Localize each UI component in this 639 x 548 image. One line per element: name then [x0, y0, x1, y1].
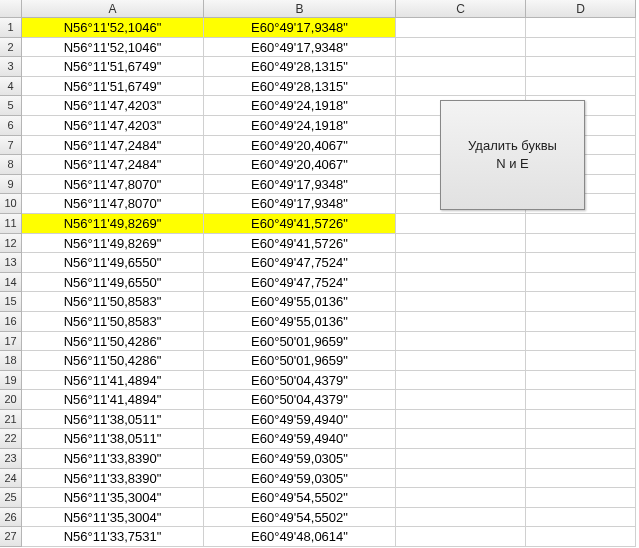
cell-d[interactable] [526, 312, 636, 332]
cell-b[interactable]: E60°49'59,4940" [204, 410, 396, 430]
cell-b[interactable]: E60°49'55,0136" [204, 292, 396, 312]
cell-b[interactable]: E60°49'47,7524" [204, 253, 396, 273]
cell-c[interactable] [396, 410, 526, 430]
cell-b[interactable]: E60°49'24,1918" [204, 116, 396, 136]
cell-a[interactable]: N56°11'47,4203" [22, 116, 204, 136]
cell-d[interactable] [526, 57, 636, 77]
select-all-corner[interactable] [0, 0, 22, 18]
row-header[interactable]: 12 [0, 234, 22, 254]
cell-b[interactable]: E60°49'55,0136" [204, 312, 396, 332]
cell-c[interactable] [396, 38, 526, 58]
cell-b[interactable]: E60°49'54,5502" [204, 508, 396, 528]
row-header[interactable]: 27 [0, 527, 22, 547]
cell-d[interactable] [526, 234, 636, 254]
cell-d[interactable] [526, 488, 636, 508]
cell-c[interactable] [396, 57, 526, 77]
column-header-b[interactable]: B [204, 0, 396, 18]
cell-c[interactable] [396, 508, 526, 528]
cell-a[interactable]: N56°11'47,2484" [22, 136, 204, 156]
cell-b[interactable]: E60°49'17,9348" [204, 38, 396, 58]
cell-b[interactable]: E60°49'20,4067" [204, 136, 396, 156]
cell-c[interactable] [396, 449, 526, 469]
row-header[interactable]: 7 [0, 136, 22, 156]
spreadsheet-grid[interactable]: ABCD1N56°11'52,1046"E60°49'17,9348"2N56°… [0, 0, 639, 547]
cell-c[interactable] [396, 273, 526, 293]
remove-letters-button[interactable]: Удалить буквы N и E [440, 100, 585, 210]
cell-d[interactable] [526, 429, 636, 449]
cell-c[interactable] [396, 469, 526, 489]
cell-a[interactable]: N56°11'41,4894" [22, 371, 204, 391]
cell-b[interactable]: E60°49'48,0614" [204, 527, 396, 547]
cell-a[interactable]: N56°11'50,4286" [22, 351, 204, 371]
cell-d[interactable] [526, 38, 636, 58]
cell-b[interactable]: E60°49'17,9348" [204, 18, 396, 38]
column-header-c[interactable]: C [396, 0, 526, 18]
cell-a[interactable]: N56°11'51,6749" [22, 77, 204, 97]
cell-b[interactable]: E60°50'01,9659" [204, 351, 396, 371]
cell-c[interactable] [396, 429, 526, 449]
cell-b[interactable]: E60°49'20,4067" [204, 155, 396, 175]
cell-a[interactable]: N56°11'47,8070" [22, 175, 204, 195]
cell-a[interactable]: N56°11'33,7531" [22, 527, 204, 547]
row-header[interactable]: 2 [0, 38, 22, 58]
cell-b[interactable]: E60°50'04,4379" [204, 390, 396, 410]
cell-d[interactable] [526, 292, 636, 312]
row-header[interactable]: 24 [0, 469, 22, 489]
row-header[interactable]: 23 [0, 449, 22, 469]
row-header[interactable]: 6 [0, 116, 22, 136]
cell-b[interactable]: E60°49'41,5726" [204, 214, 396, 234]
cell-b[interactable]: E60°49'54,5502" [204, 488, 396, 508]
cell-b[interactable]: E60°49'59,4940" [204, 429, 396, 449]
row-header[interactable]: 25 [0, 488, 22, 508]
cell-b[interactable]: E60°49'59,0305" [204, 449, 396, 469]
cell-a[interactable]: N56°11'49,6550" [22, 253, 204, 273]
cell-a[interactable]: N56°11'52,1046" [22, 18, 204, 38]
cell-d[interactable] [526, 351, 636, 371]
cell-c[interactable] [396, 292, 526, 312]
cell-d[interactable] [526, 18, 636, 38]
cell-a[interactable]: N56°11'38,0511" [22, 429, 204, 449]
cell-a[interactable]: N56°11'52,1046" [22, 38, 204, 58]
cell-c[interactable] [396, 18, 526, 38]
row-header[interactable]: 16 [0, 312, 22, 332]
cell-c[interactable] [396, 332, 526, 352]
cell-a[interactable]: N56°11'49,8269" [22, 214, 204, 234]
row-header[interactable]: 17 [0, 332, 22, 352]
column-header-a[interactable]: A [22, 0, 204, 18]
row-header[interactable]: 21 [0, 410, 22, 430]
row-header[interactable]: 22 [0, 429, 22, 449]
cell-b[interactable]: E60°49'28,1315" [204, 77, 396, 97]
cell-d[interactable] [526, 410, 636, 430]
cell-c[interactable] [396, 253, 526, 273]
cell-a[interactable]: N56°11'49,8269" [22, 234, 204, 254]
cell-c[interactable] [396, 527, 526, 547]
row-header[interactable]: 10 [0, 194, 22, 214]
row-header[interactable]: 11 [0, 214, 22, 234]
cell-c[interactable] [396, 390, 526, 410]
cell-a[interactable]: N56°11'41,4894" [22, 390, 204, 410]
cell-d[interactable] [526, 332, 636, 352]
cell-c[interactable] [396, 488, 526, 508]
cell-d[interactable] [526, 77, 636, 97]
cell-c[interactable] [396, 214, 526, 234]
cell-b[interactable]: E60°50'01,9659" [204, 332, 396, 352]
cell-d[interactable] [526, 527, 636, 547]
row-header[interactable]: 20 [0, 390, 22, 410]
cell-c[interactable] [396, 312, 526, 332]
column-header-d[interactable]: D [526, 0, 636, 18]
cell-b[interactable]: E60°49'28,1315" [204, 57, 396, 77]
row-header[interactable]: 4 [0, 77, 22, 97]
row-header[interactable]: 8 [0, 155, 22, 175]
row-header[interactable]: 1 [0, 18, 22, 38]
cell-d[interactable] [526, 253, 636, 273]
cell-b[interactable]: E60°49'41,5726" [204, 234, 396, 254]
row-header[interactable]: 9 [0, 175, 22, 195]
cell-d[interactable] [526, 390, 636, 410]
cell-a[interactable]: N56°11'47,4203" [22, 96, 204, 116]
cell-a[interactable]: N56°11'49,6550" [22, 273, 204, 293]
cell-a[interactable]: N56°11'35,3004" [22, 508, 204, 528]
row-header[interactable]: 18 [0, 351, 22, 371]
cell-c[interactable] [396, 371, 526, 391]
cell-d[interactable] [526, 449, 636, 469]
row-header[interactable]: 3 [0, 57, 22, 77]
